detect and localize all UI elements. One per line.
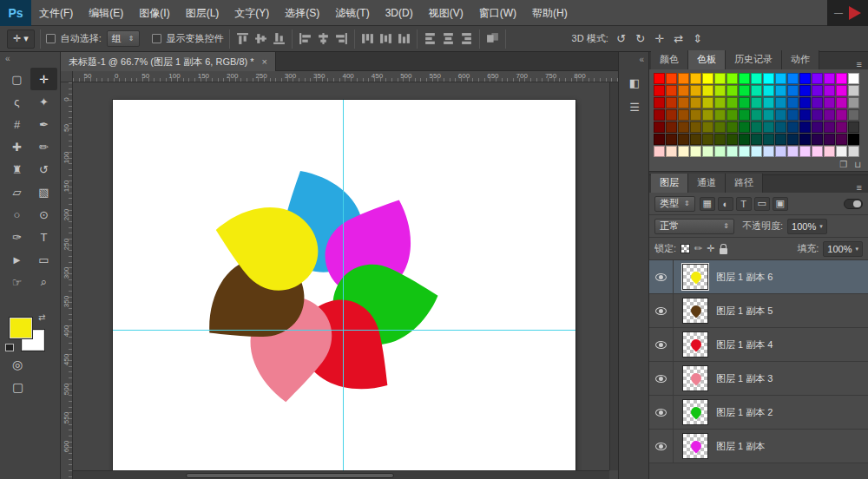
color-swatch[interactable]	[702, 121, 713, 133]
color-swatch[interactable]	[836, 109, 847, 121]
layer-name[interactable]: 图层 1 副本 2	[716, 406, 773, 419]
color-swatch[interactable]	[824, 134, 835, 145]
color-swatch[interactable]	[654, 146, 665, 157]
color-swatch[interactable]	[775, 146, 786, 157]
align-left-edges-icon[interactable]	[298, 31, 312, 46]
menu-item-3[interactable]: 图层(L)	[178, 0, 227, 26]
color-swatch[interactable]	[824, 146, 835, 157]
color-swatch[interactable]	[727, 134, 738, 145]
menu-item-0[interactable]: 文件(F)	[31, 0, 81, 26]
color-swatch[interactable]	[812, 73, 823, 84]
distribute-horizontal-centers-icon[interactable]	[441, 31, 456, 46]
horizontal-scrollbar[interactable]	[73, 470, 609, 479]
layer-name[interactable]: 图层 1 副本	[716, 440, 765, 453]
filter-toggle[interactable]	[844, 199, 863, 209]
color-swatch[interactable]	[799, 97, 811, 108]
align-bottom-edges-icon[interactable]	[272, 31, 286, 46]
color-swatch[interactable]	[836, 121, 847, 133]
color-swatch[interactable]	[787, 134, 799, 145]
eye-icon[interactable]	[655, 307, 667, 315]
color-swatch[interactable]	[763, 134, 774, 145]
lock-transparency-icon[interactable]	[681, 244, 690, 253]
layer-row[interactable]: 图层 1 副本 4	[649, 328, 868, 362]
color-swatch[interactable]	[654, 85, 665, 96]
color-swatch[interactable]	[714, 85, 726, 96]
color-swatch[interactable]	[787, 73, 799, 84]
menu-item-2[interactable]: 图像(I)	[131, 0, 177, 26]
color-swatch[interactable]	[848, 134, 859, 145]
color-swatch[interactable]	[751, 97, 762, 108]
color-swatch[interactable]	[799, 85, 811, 96]
color-swatch[interactable]	[751, 73, 762, 84]
spot-healing-brush-tool[interactable]: ✚	[3, 135, 30, 158]
color-swatch[interactable]	[739, 121, 750, 133]
align-top-edges-icon[interactable]	[235, 31, 250, 46]
fill-field[interactable]: 100% ▾	[823, 241, 863, 257]
color-swatch[interactable]	[763, 121, 774, 133]
lock-position-icon[interactable]: ✛	[707, 243, 714, 254]
layer-row[interactable]: 图层 1 副本 3	[649, 362, 868, 396]
layer-visibility-cell[interactable]	[649, 430, 674, 463]
color-swatch[interactable]	[727, 85, 738, 96]
vertical-guide[interactable]	[343, 100, 344, 479]
color-swatch[interactable]	[775, 97, 786, 108]
color-swatch[interactable]	[763, 97, 774, 108]
color-swatch[interactable]	[775, 134, 786, 145]
layer-row[interactable]: 图层 1 副本	[649, 430, 868, 463]
color-swatch[interactable]	[690, 85, 701, 96]
layer-name[interactable]: 图层 1 副本 3	[716, 372, 773, 385]
color-swatch[interactable]	[690, 73, 701, 84]
color-swatch[interactable]	[799, 109, 811, 121]
collapsed-panel-styles-icon[interactable]: ☰	[624, 97, 645, 116]
layers-tab-路径[interactable]: 路径	[726, 174, 763, 193]
adjustment-layers-icon[interactable]: ◐	[718, 197, 733, 211]
auto-select-target-dropdown[interactable]: 组 ⇕	[107, 30, 140, 47]
color-swatch[interactable]	[799, 146, 811, 157]
color-swatch[interactable]	[678, 97, 689, 108]
lasso-tool[interactable]: ς	[3, 90, 30, 113]
color-swatch[interactable]	[775, 121, 786, 133]
color-swatch[interactable]	[654, 109, 665, 121]
screen-mode-icon[interactable]: ▢	[12, 380, 23, 394]
color-swatch[interactable]	[824, 85, 835, 96]
color-swatch[interactable]	[739, 85, 750, 96]
color-swatch[interactable]	[678, 121, 689, 133]
color-swatch[interactable]	[812, 85, 823, 96]
color-swatch[interactable]	[836, 97, 847, 108]
document-tab[interactable]: 未标题-1 @ 66.7% (图层 1 副本 6, RGB/8) * ×	[61, 52, 276, 71]
quick-selection-tool[interactable]: ✦	[30, 90, 57, 113]
layers-panel-menu-icon[interactable]: ≡	[851, 182, 868, 193]
layer-thumbnail[interactable]	[682, 298, 708, 324]
3d-scale-icon[interactable]: ⇕	[690, 32, 706, 45]
horizontal-ruler[interactable]: 5005010015020025030035040045050055060065…	[73, 71, 618, 82]
color-swatch[interactable]	[702, 85, 713, 96]
shape-layers-icon[interactable]: ▭	[754, 197, 770, 211]
lock-paint-icon[interactable]: ✏	[694, 243, 702, 254]
layer-row[interactable]: 图层 1 副本 2	[649, 396, 868, 430]
color-swatch[interactable]	[702, 73, 713, 84]
menu-item-10[interactable]: 帮助(H)	[524, 0, 575, 26]
color-swatch[interactable]	[714, 146, 726, 157]
color-swatch[interactable]	[836, 134, 847, 145]
layer-name[interactable]: 图层 1 副本 6	[716, 271, 773, 284]
close-tab-icon[interactable]: ×	[262, 56, 267, 67]
color-swatch[interactable]	[666, 121, 677, 133]
color-swatch[interactable]	[812, 97, 823, 108]
menu-item-7[interactable]: 3D(D)	[378, 0, 421, 26]
color-swatch[interactable]	[702, 97, 713, 108]
zoom-tool[interactable]: ⌕	[30, 271, 57, 293]
clone-stamp-tool[interactable]: ♜	[3, 158, 30, 180]
color-swatch[interactable]	[714, 97, 726, 108]
color-swatch[interactable]	[848, 121, 859, 133]
auto-select-checkbox[interactable]	[46, 34, 56, 43]
swatches-tab-色板[interactable]: 色板	[688, 50, 726, 69]
blend-mode-dropdown[interactable]: 正常 ⇕	[654, 219, 734, 234]
gradient-tool[interactable]: ▧	[30, 180, 57, 203]
color-swatch[interactable]	[714, 121, 726, 133]
color-swatch[interactable]	[690, 121, 701, 133]
layer-thumbnail[interactable]	[682, 365, 708, 391]
color-swatch[interactable]	[654, 73, 665, 84]
scrollbar-thumb[interactable]	[186, 473, 394, 478]
color-swatch[interactable]	[751, 121, 762, 133]
ruler-corner[interactable]	[61, 71, 73, 82]
